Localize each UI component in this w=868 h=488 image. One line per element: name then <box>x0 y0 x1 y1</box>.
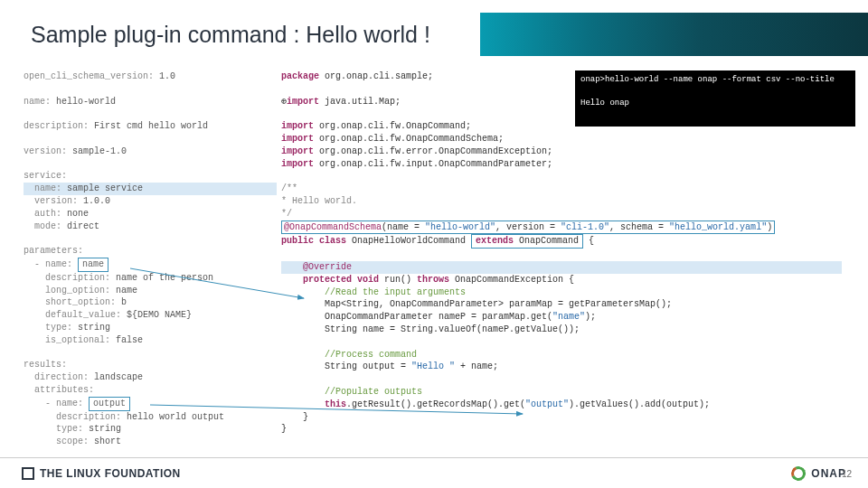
onap-ring-icon <box>789 464 808 483</box>
linux-foundation-logo: THE LINUX FOUNDATION <box>22 467 181 480</box>
slide-title: Sample plug-in command : Hello world ! <box>25 13 868 56</box>
param-name-box: name <box>78 258 108 272</box>
java-highlight-line: @Override <box>281 261 842 274</box>
lf-square-icon <box>22 467 34 480</box>
terminal-output: onap>hello-world --name onap --format cs… <box>575 70 855 127</box>
result-output-box: output <box>89 397 130 411</box>
content-area: open_cli_schema_version: 1.0 name: hello… <box>24 70 855 455</box>
onap-logo: ONAP <box>791 466 846 481</box>
annotation-box: @OnapCommandSchema(name = "hello-world",… <box>281 221 775 235</box>
yaml-highlight-row: name: sample service <box>24 183 277 195</box>
footer: THE LINUX FOUNDATION ONAP <box>0 457 868 488</box>
yaml-schema: open_cli_schema_version: 1.0 name: hello… <box>24 70 277 448</box>
page-number: 12 <box>842 469 852 479</box>
extends-box: extends OnapCommand <box>471 234 583 249</box>
